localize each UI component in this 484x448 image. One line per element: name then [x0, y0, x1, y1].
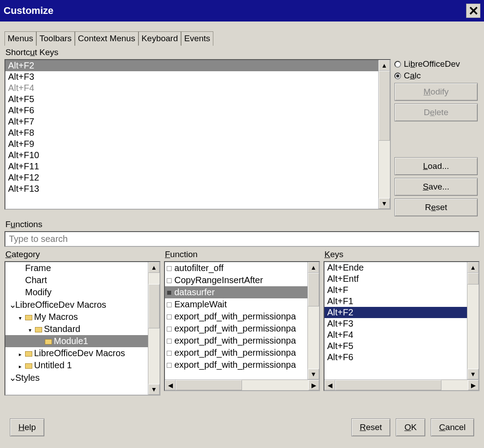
category-item[interactable]: Frame — [5, 262, 148, 274]
category-item[interactable]: ▸LibreOfficeDev Macros — [5, 347, 148, 359]
scroll-up-icon[interactable]: ▲ — [148, 262, 160, 273]
function-item[interactable]: export_pdf_with_permissionpa — [165, 335, 307, 347]
checkbox-icon — [167, 302, 172, 307]
function-item[interactable]: export_pdf_with_permissionpa — [165, 359, 307, 371]
functions-label: Functions — [4, 218, 480, 231]
dialog-button-bar: Help Reset OK Cancel — [4, 412, 480, 443]
category-item[interactable]: Chart — [5, 274, 148, 286]
keys-item[interactable]: Alt+Entf — [324, 273, 467, 284]
reset-button[interactable]: Reset — [351, 418, 391, 436]
keys-item[interactable]: Alt+F4 — [324, 329, 467, 340]
shortcut-item[interactable]: Alt+F6 — [5, 105, 378, 116]
keys-item[interactable]: Alt+F3 — [324, 318, 467, 329]
scroll-left-icon[interactable]: ◀ — [165, 380, 176, 390]
shortcut-item[interactable]: Alt+F10 — [5, 150, 378, 161]
scroll-up-icon[interactable]: ▲ — [379, 60, 390, 71]
category-item[interactable]: Modify — [5, 286, 148, 298]
tab-context-menus[interactable]: Context Menus — [75, 31, 138, 46]
scroll-down-icon[interactable]: ▼ — [379, 198, 390, 209]
folder-icon — [35, 327, 42, 332]
function-item[interactable]: CopyRangeInsertAfter — [165, 274, 307, 286]
titlebar: Customize ✕ — [0, 0, 484, 22]
folder-icon — [25, 315, 32, 320]
checkbox-icon — [167, 278, 172, 283]
shortcut-keys-label: Shortcut Keys — [4, 46, 391, 59]
function-item[interactable]: export_pdf_with_permissionpa — [165, 310, 307, 323]
category-label: Category — [4, 248, 160, 261]
reset-keyboard-button[interactable]: Reset — [394, 198, 478, 216]
window-title: Customize — [4, 5, 53, 17]
load-button[interactable]: Load... — [394, 157, 478, 175]
keys-item[interactable]: Alt+F6 — [324, 352, 467, 363]
keys-hscrollbar[interactable]: ◀ ▶ — [324, 379, 479, 390]
shortcut-item[interactable]: Alt+F12 — [5, 172, 378, 183]
shortcut-item[interactable]: Alt+F2 — [5, 60, 378, 71]
scope-calc-radio[interactable]: Calc — [393, 70, 480, 82]
shortcut-item[interactable]: Alt+F4 — [5, 82, 378, 94]
function-item[interactable]: datasurfer — [165, 286, 307, 298]
ok-button[interactable]: OK — [396, 418, 425, 436]
keys-item[interactable]: Alt+Ende — [324, 262, 467, 273]
scroll-down-icon[interactable]: ▼ — [148, 384, 160, 395]
function-item[interactable]: ExampleWait — [165, 298, 307, 310]
keys-item[interactable]: Alt+F — [324, 284, 467, 296]
category-item[interactable]: ⌄LibreOfficeDev Macros — [5, 298, 148, 311]
category-item[interactable]: ▾Standard — [5, 323, 148, 335]
category-item[interactable]: ▸Untitled 1 — [5, 359, 148, 371]
scroll-up-icon[interactable]: ▲ — [308, 262, 319, 273]
keys-list[interactable]: Alt+EndeAlt+EntfAlt+FAlt+F1Alt+F2Alt+F3A… — [324, 261, 480, 391]
keys-item[interactable]: Alt+F2 — [324, 307, 467, 318]
shortcut-item[interactable]: Alt+F5 — [5, 94, 378, 105]
checkbox-icon — [167, 363, 172, 368]
scope-libreoffice-radio[interactable]: LibreOfficeDev — [393, 58, 480, 70]
radio-icon — [394, 61, 401, 68]
shortcut-scrollbar[interactable]: ▲ ▼ — [378, 60, 390, 209]
keys-scrollbar[interactable]: ▲ ▼ — [467, 262, 479, 379]
category-item[interactable]: ▾My Macros — [5, 311, 148, 323]
function-list[interactable]: autofilter_offCopyRangeInsertAfterdatasu… — [164, 261, 320, 391]
shortcut-item[interactable]: Alt+F3 — [5, 71, 378, 82]
checkbox-icon — [167, 314, 172, 319]
function-item[interactable]: export_pdf_with_permissionpa — [165, 323, 307, 335]
scroll-left-icon[interactable]: ◀ — [324, 380, 335, 390]
close-button[interactable]: ✕ — [466, 4, 480, 18]
radio-icon — [394, 73, 401, 79]
function-item[interactable]: autofilter_off — [165, 262, 307, 274]
shortcut-keys-list[interactable]: Alt+F2Alt+F3Alt+F4Alt+F5Alt+F6Alt+F7Alt+… — [4, 59, 391, 210]
category-item[interactable]: ⌄Styles — [5, 371, 148, 384]
modify-button[interactable]: Modify — [394, 83, 478, 101]
scroll-down-icon[interactable]: ▼ — [308, 369, 319, 379]
keys-label: Keys — [324, 248, 480, 261]
tab-toolbars[interactable]: Toolbars — [36, 31, 75, 46]
folder-icon — [25, 363, 32, 369]
tab-events[interactable]: Events — [181, 31, 213, 46]
scroll-down-icon[interactable]: ▼ — [467, 369, 479, 379]
category-item[interactable]: Module1 — [5, 335, 148, 347]
search-input[interactable] — [4, 231, 480, 247]
function-hscrollbar[interactable]: ◀ ▶ — [165, 379, 319, 390]
keys-item[interactable]: Alt+F5 — [324, 340, 467, 352]
shortcut-item[interactable]: Alt+F11 — [5, 161, 378, 172]
folder-icon — [25, 351, 32, 357]
scroll-up-icon[interactable]: ▲ — [467, 262, 479, 273]
keys-item[interactable]: Alt+F1 — [324, 296, 467, 307]
shortcut-item[interactable]: Alt+F13 — [5, 183, 378, 194]
shortcut-item[interactable]: Alt+F9 — [5, 138, 378, 150]
tab-menus[interactable]: Menus — [4, 31, 36, 46]
shortcut-item[interactable]: Alt+F8 — [5, 127, 378, 138]
scroll-right-icon[interactable]: ▶ — [468, 380, 479, 390]
function-label: Function — [164, 248, 320, 261]
category-scrollbar[interactable]: ▲ ▼ — [148, 262, 160, 395]
delete-button[interactable]: Delete — [394, 103, 478, 121]
checkbox-icon — [167, 327, 172, 332]
function-item[interactable]: export_pdf_with_permissionpa — [165, 347, 307, 359]
cancel-button[interactable]: Cancel — [431, 418, 474, 436]
tab-keyboard[interactable]: Keyboard — [138, 31, 181, 46]
scroll-right-icon[interactable]: ▶ — [308, 380, 319, 390]
function-scrollbar[interactable]: ▲ ▼ — [307, 262, 319, 379]
help-button[interactable]: Help — [10, 418, 44, 436]
close-icon: ✕ — [468, 4, 479, 18]
category-tree[interactable]: FrameChartModify⌄LibreOfficeDev Macros▾M… — [4, 261, 160, 396]
save-button[interactable]: Save... — [394, 178, 478, 196]
shortcut-item[interactable]: Alt+F7 — [5, 116, 378, 127]
